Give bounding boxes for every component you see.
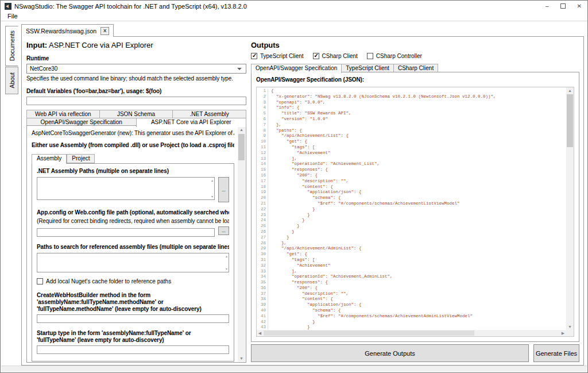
tab-typescript-client[interactable]: TypeScript Client [341,64,394,72]
sidebar-tab-documents-label: Documents [9,30,16,61]
runtime-select[interactable]: NetCore30 [26,64,246,74]
window-resize-strip [1,366,587,372]
runtime-hint: Specifies the used command line binary; … [26,75,246,82]
typescript-client-checkbox[interactable]: TypeScript Client [251,53,304,60]
scrollbar-thumb[interactable] [264,330,474,336]
source-tab-strip: Assembly Project [32,154,234,164]
code-vertical-scrollbar[interactable]: ▲ ▼ [566,87,574,330]
scroll-up-icon: ▴ [226,255,227,258]
code-line: 12 "Achievement" [257,151,566,156]
document-tab-close-icon[interactable]: X [100,27,109,35]
code-line: 11 "tags": [ [257,145,566,151]
app-config-browse-button[interactable]: ... [218,226,229,235]
scrollbar-thumb[interactable] [238,134,245,160]
code-line: 6 "version": "1.0.0" [257,117,566,122]
scroll-up-icon[interactable]: ▲ [238,126,245,133]
tab-webapi-reflection[interactable]: Web API via reflection [26,110,100,118]
code-line: 8 "paths": { [257,128,566,134]
output-tab-content: OpenAPI/Swagger Specification (JSON): 1{… [251,72,579,342]
code-line: 14 "operationId": "Achievement_List", [257,161,566,167]
code-line: 27 } [257,235,566,241]
runtime-label: Runtime [26,55,246,62]
create-webhostbuilder-label: CreateWebHostBuilder method in the form … [37,292,229,313]
code-line: 16 "200": { [257,173,566,179]
window-title: NSwagStudio: The Swagger API toolchain f… [14,3,247,10]
scroll-down-icon: ▾ [226,267,227,271]
input-heading-prefix: Input: [26,41,47,49]
scroll-down-icon: ▾ [211,195,213,198]
generator-description: AspNetCoreToSwaggerGenerator (new): This… [32,130,234,137]
tab-json-schema[interactable]: JSON Schema [99,110,173,118]
code-line: 37 "description": "", [257,291,566,297]
generate-outputs-button[interactable]: Generate Outputs [251,344,529,362]
app-config-input[interactable] [37,228,215,237]
tab-openapi-swagger-spec[interactable]: OpenAPI/Swagger Specification [251,64,342,73]
code-line: 39 "application/json": { [257,302,566,308]
outputs-section: Outputs TypeScript Client CSharp Client … [251,37,579,364]
csharp-controller-checkbox[interactable]: CSharp Controller [367,53,422,60]
input-section: Input: ASP.NET Core via API Explorer Run… [26,37,246,364]
app-config-hint: (Required for correct binding redirects,… [37,218,229,225]
code-line: 4 "info": { [257,105,566,111]
startup-type-input[interactable] [37,345,229,354]
code-line: 30 "get": { [257,252,566,257]
code-line: 42 } [257,320,566,325]
menu-file[interactable]: File [5,13,20,20]
scroll-up-icon: ▴ [211,179,213,182]
code-line: 21 "$ref": "#/components/schemas/Achieve… [257,201,566,207]
typescript-client-label: TypeScript Client [260,53,304,60]
close-button[interactable]: ✕ [577,3,582,9]
code-line: 5 "title": "SSW Rewards API", [257,111,566,117]
code-line: 1{ [257,89,566,94]
code-lines[interactable]: 1{2 "x-generator": "NSwag v13.8.2.0 (NJs… [257,87,566,330]
minimize-button[interactable]: – [546,3,549,9]
assembly-paths-browse-button[interactable]: ... [218,177,229,202]
tab-aspnetcore-api-explorer[interactable]: ASP.NET Core via API Explorer [136,118,247,127]
scroll-up-icon[interactable]: ▲ [566,87,574,94]
code-editor: 1{2 "x-generator": "NSwag v13.8.2.0 (NJs… [256,87,574,337]
sidebar-tab-documents[interactable]: Documents [5,26,18,66]
scrollbar-thumb[interactable] [567,94,573,147]
code-line: 36 "200": { [257,286,566,291]
csharp-client-checkbox[interactable]: CSharp Client [313,53,358,60]
tab-assembly[interactable]: Assembly [32,154,67,164]
app-icon [5,3,11,10]
output-checkboxes: TypeScript Client CSharp Client CSharp C… [251,53,579,60]
code-line: 28 }, [257,241,566,247]
default-variables-label: Default Variables ('foo=bar,baz=bar'), u… [26,88,246,95]
code-line: 43 } [257,325,566,330]
nuget-cache-checkbox[interactable]: Add local Nuget's cache folder to refere… [37,278,229,285]
assembly-paths-label: .NET Assembly Paths (multiple on separat… [37,168,229,175]
scroll-down-icon[interactable]: ▼ [238,355,245,362]
code-horizontal-scrollbar[interactable]: ◀ ▶ [257,330,566,336]
reference-paths-textarea[interactable]: ▴ ▾ [37,253,229,272]
runtime-select-value: NetCore30 [30,66,57,72]
scroll-right-icon[interactable]: ▶ [560,330,566,336]
code-line: 26 } [257,229,566,235]
assembly-paths-textarea[interactable]: ▴ ▾ [37,177,215,200]
code-line: 9 "/api/Achievement/List": { [257,133,566,139]
code-line: 19 "application/json": { [257,190,566,195]
checkbox-icon [313,53,319,59]
document-tab[interactable]: SSW.Rewards/nswag.json X [21,24,114,37]
code-line: 41 "$ref": "#/components/schemas/Achieve… [257,314,566,320]
maximize-button[interactable] [560,3,566,9]
scroll-down-icon[interactable]: ▼ [566,324,574,330]
default-variables-input[interactable] [26,97,246,105]
document-tab-label: SSW.Rewards/nswag.json [26,28,96,34]
code-line: 24 } [257,218,566,224]
code-line: 22 } [257,207,566,213]
create-webhostbuilder-input[interactable] [37,314,229,323]
code-line: 10 "get": { [257,139,566,145]
tab-project[interactable]: Project [67,154,95,163]
reference-paths-label: Paths to search for referenced assembly … [37,244,229,251]
code-line: 32 "Achievement" [257,263,566,269]
tab-csharp-client[interactable]: CSharp Client [393,64,438,72]
scroll-left-icon[interactable]: ◀ [257,330,263,336]
code-line: 18 "content": { [257,184,566,190]
input-scrollbar[interactable]: ▲ ▼ [238,126,245,362]
sidebar-tab-about[interactable]: About [5,67,18,94]
generate-files-button[interactable]: Generate Files [533,344,579,362]
outputs-heading: Outputs [251,41,280,49]
tab-dotnet-assembly[interactable]: .NET Assembly [172,110,246,118]
